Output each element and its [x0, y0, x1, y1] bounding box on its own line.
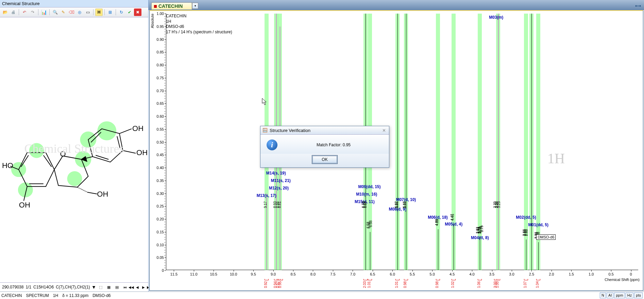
nav-back-icon[interactable]: ◀ — [134, 284, 140, 290]
multiplet-M10: M10(m, 16) — [356, 192, 377, 197]
stop-icon: ◼ — [154, 4, 157, 9]
footer-icon-3[interactable]: ▤ — [114, 284, 120, 290]
nucleus-label: 1H — [547, 150, 565, 167]
info-icon: i — [267, 139, 277, 150]
atom-ho-1: HO — [2, 161, 13, 170]
nav-fwd-icon[interactable]: ▶ — [140, 284, 147, 290]
grid-icon[interactable]: ⊞ — [106, 9, 114, 16]
undo-icon[interactable]: ↶ — [21, 9, 28, 16]
svg-line-14 — [117, 136, 120, 149]
mol-mass: 290.079038 — [2, 285, 23, 289]
atom-oh-2: OH — [19, 201, 30, 209]
pencil-icon[interactable]: ✎ — [60, 9, 67, 16]
multiplet-M04: M04(tt, 8) — [471, 235, 489, 240]
multiplet-M14: M14(s, 19) — [266, 171, 286, 176]
svg-point-5 — [18, 182, 33, 197]
refresh-icon[interactable]: ↻ — [118, 9, 125, 16]
tab-dropdown[interactable]: ▾ — [192, 3, 198, 9]
structure-toolbar: 📂 🖨 ↶ ↷ 📊 🔍 ✎ ⌫ ◎ ▭ H ⊞ ↻ ✔ ✖ — [0, 7, 148, 17]
print-icon[interactable]: 🖨 — [10, 9, 17, 16]
spectrum-plot[interactable]: Absolute Chemical Shift (ppm) 1H CATECHI… — [149, 10, 643, 291]
spectrum-info: CATECHIN 1H DMSO-d6 17 H's / 14 H's (spe… — [166, 14, 232, 35]
multiplet-M12: M12(s, 20) — [269, 186, 289, 190]
status-delta: δ = 11.33 ppm — [62, 293, 88, 298]
multiplet-M01: M01(dd, 5) — [528, 222, 548, 227]
structure-footer: 290.079038 1/1 C15H14O6 C(7),CH(7),CH2(1… — [0, 282, 148, 292]
multiplet-M09: M09(dd, 15) — [358, 184, 380, 189]
mol-index: 1/1 — [26, 285, 31, 289]
tab-catechin[interactable]: ◼ CATECHIN — [151, 2, 192, 10]
h-label-icon[interactable]: H — [95, 9, 103, 16]
check-icon[interactable]: ✔ — [126, 9, 133, 16]
redo-icon[interactable]: ↷ — [29, 9, 36, 16]
spectrum-panel: ◼ CATECHIN ▾ ⟷ Absolute Chemical Shift (… — [149, 0, 644, 292]
status-btn-n[interactable]: N — [600, 293, 606, 298]
svg-line-21 — [119, 129, 132, 134]
svg-line-22 — [123, 150, 136, 153]
svg-line-23 — [87, 192, 97, 194]
zoom-icon[interactable]: 🔍 — [51, 9, 59, 16]
expand-horizontal-icon[interactable]: ⟷ — [634, 2, 641, 9]
select-rect-icon[interactable]: ▭ — [84, 9, 91, 16]
footer-icon-2[interactable]: ▦ — [106, 284, 112, 290]
eraser-icon[interactable]: ⌫ — [68, 9, 75, 16]
multiplet-M11: M11(s, 21) — [271, 178, 291, 183]
target-icon[interactable]: ◎ — [76, 9, 83, 16]
status-name: CATECHIN — [1, 293, 22, 298]
dialog-message: Match Factor: 0.95 — [284, 143, 383, 147]
atom-o: O — [60, 150, 66, 158]
tab-bar: ◼ CATECHIN ▾ ⟷ — [149, 0, 644, 10]
status-btn-ai[interactable]: AI — [607, 293, 613, 298]
open-icon[interactable]: 📂 — [1, 9, 9, 16]
status-btn-ppm[interactable]: ppm — [614, 293, 625, 298]
svg-line-15 — [96, 155, 108, 159]
atom-oh-4: OH — [132, 124, 143, 133]
chart-icon[interactable]: 📊 — [40, 9, 48, 16]
status-btn-hz[interactable]: Hz — [626, 293, 633, 298]
status-nucleus: 1H — [53, 293, 58, 298]
footer-icon-1[interactable]: ⬚ — [98, 284, 104, 290]
svg-point-3 — [29, 143, 44, 158]
svg-point-0 — [97, 121, 116, 140]
multiplet-M13: M13(s, 17) — [257, 193, 276, 198]
multiplet-M02: M02(dd, 5) — [516, 215, 536, 220]
nav-first-icon[interactable]: ⏮ — [122, 284, 128, 290]
mol-formula: C15H14O6 — [33, 285, 54, 289]
delete-icon[interactable]: ✖ — [134, 9, 141, 16]
x-axis-label: Chemical Shift (ppm) — [605, 278, 640, 282]
dialog-titlebar[interactable]: 🪟 Structure Verification ✕ — [260, 126, 389, 135]
structure-verification-dialog: 🪟 Structure Verification ✕ i Match Facto… — [260, 126, 389, 168]
svg-line-18 — [77, 187, 87, 192]
status-bar: CATECHIN SPECTRUM 1H δ = 11.33 ppm DMSO-… — [0, 292, 644, 299]
panel-title: Chemical Structure — [0, 0, 148, 7]
status-btn-pts[interactable]: pts — [634, 293, 643, 298]
close-icon[interactable]: ✕ — [381, 128, 387, 133]
multiplet-M05: M05(d, 4) — [445, 222, 462, 227]
dialog-title-text: Structure Verification — [270, 128, 310, 133]
chemical-structure-panel: Chemical Structure 📂 🖨 ↶ ↷ 📊 🔍 ✎ ⌫ ◎ ▭ H… — [0, 0, 149, 292]
nav-prev-icon[interactable]: ◀◀ — [128, 284, 134, 290]
atom-oh-3: OH — [97, 190, 108, 198]
multiplet-M03: M03(m) — [489, 15, 503, 20]
atom-oh-5: OH — [136, 148, 148, 157]
status-type: SPECTRUM — [26, 293, 49, 298]
status-solvent: DMSO-d6 — [92, 293, 111, 298]
ok-button[interactable]: OK — [312, 156, 337, 163]
svg-point-6 — [67, 171, 82, 186]
structure-canvas[interactable]: Chemical Structures — [0, 17, 148, 282]
solvent-label-box: DMSO-d6 — [536, 234, 556, 240]
dialog-app-icon: 🪟 — [262, 128, 268, 133]
mol-carbons: C(7),CH(7),CH2(1) — [56, 285, 90, 289]
